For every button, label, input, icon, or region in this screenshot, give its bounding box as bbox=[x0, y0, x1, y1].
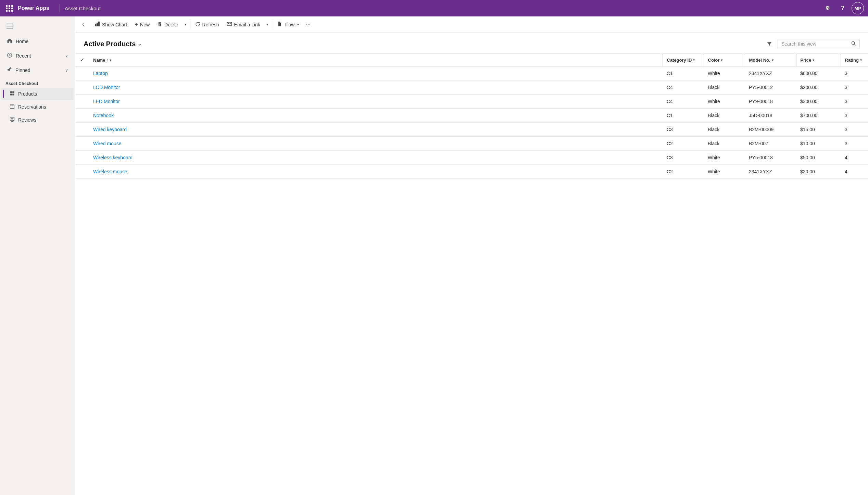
checkmark-icon: ✓ bbox=[80, 57, 84, 63]
waffle-menu[interactable] bbox=[4, 3, 15, 14]
model-sort-icon: ▾ bbox=[772, 58, 773, 62]
sidebar-item-pinned[interactable]: Pinned ∨ bbox=[1, 63, 74, 77]
sidebar-item-reservations[interactable]: Reservations bbox=[1, 101, 74, 113]
flow-button[interactable]: Flow ▾ bbox=[274, 19, 303, 30]
user-avatar[interactable]: MP bbox=[852, 2, 864, 14]
row-model: B2M-007 bbox=[745, 137, 796, 151]
hamburger-menu[interactable] bbox=[3, 19, 16, 33]
sidebar-item-home[interactable]: Home bbox=[1, 35, 74, 48]
reservations-icon bbox=[10, 104, 15, 110]
more-options-button[interactable]: ··· bbox=[303, 20, 313, 30]
show-chart-icon bbox=[95, 21, 100, 28]
row-rating: 3 bbox=[841, 137, 868, 151]
row-checkbox[interactable] bbox=[75, 151, 89, 165]
row-rating: 4 bbox=[841, 151, 868, 165]
new-button[interactable]: + New bbox=[131, 19, 153, 30]
row-model: 2341XYXZ bbox=[745, 165, 796, 179]
back-button[interactable] bbox=[78, 19, 89, 30]
row-rating: 3 bbox=[841, 95, 868, 109]
col-header-name[interactable]: Name ↑ ▾ bbox=[89, 54, 663, 66]
row-price: $300.00 bbox=[796, 95, 841, 109]
table-row: Notebook C1 Black J5D-00018 $700.00 3 bbox=[75, 109, 868, 123]
svg-rect-11 bbox=[95, 24, 96, 26]
settings-button[interactable] bbox=[821, 2, 834, 14]
col-header-color[interactable]: Color ▾ bbox=[704, 54, 745, 66]
sidebar-home-label: Home bbox=[16, 39, 28, 44]
row-name[interactable]: Wireless mouse bbox=[89, 165, 663, 179]
col-header-category[interactable]: Category ID ▾ bbox=[663, 54, 704, 66]
row-category: C1 bbox=[663, 66, 704, 81]
row-price: $700.00 bbox=[796, 109, 841, 123]
sidebar-pinned-label: Pinned bbox=[15, 67, 30, 73]
name-sort-chevron-icon: ▾ bbox=[110, 58, 111, 62]
row-model: B2M-00009 bbox=[745, 123, 796, 137]
row-checkbox[interactable] bbox=[75, 81, 89, 95]
row-checkbox[interactable] bbox=[75, 109, 89, 123]
svg-rect-13 bbox=[98, 22, 99, 26]
toolbar-divider-1 bbox=[190, 21, 190, 29]
delete-button[interactable]: Delete bbox=[154, 20, 181, 30]
row-rating: 3 bbox=[841, 109, 868, 123]
row-color: White bbox=[704, 66, 745, 81]
row-model: PY5-00018 bbox=[745, 151, 796, 165]
row-name[interactable]: LCD Monitor bbox=[89, 81, 663, 95]
products-icon bbox=[10, 91, 15, 97]
row-name[interactable]: Wired mouse bbox=[89, 137, 663, 151]
col-header-rating[interactable]: Rating ▾ bbox=[841, 54, 868, 66]
select-all-header[interactable]: ✓ bbox=[75, 54, 89, 66]
row-checkbox[interactable] bbox=[75, 95, 89, 109]
row-color: Black bbox=[704, 137, 745, 151]
filter-button[interactable] bbox=[764, 38, 775, 49]
row-category: C3 bbox=[663, 123, 704, 137]
email-link-button[interactable]: Email a Link bbox=[223, 19, 264, 30]
view-title-chevron-icon: ⌄ bbox=[138, 41, 142, 47]
price-sort-icon: ▾ bbox=[813, 58, 814, 62]
row-checkbox[interactable] bbox=[75, 165, 89, 179]
row-price: $200.00 bbox=[796, 81, 841, 95]
table-row: Wired mouse C2 Black B2M-007 $10.00 3 bbox=[75, 137, 868, 151]
sidebar-item-products[interactable]: Products bbox=[1, 88, 74, 100]
email-chevron[interactable]: ▾ bbox=[264, 20, 271, 29]
svg-rect-2 bbox=[12, 91, 14, 93]
refresh-button[interactable]: Refresh bbox=[192, 20, 223, 30]
row-name[interactable]: Laptop bbox=[89, 66, 663, 81]
name-sort-up-icon: ↑ bbox=[106, 58, 108, 62]
sidebar-products-label: Products bbox=[18, 91, 37, 97]
row-color: Black bbox=[704, 109, 745, 123]
sidebar-item-reviews[interactable]: Reviews bbox=[1, 114, 74, 126]
sidebar-section-title: Asset Checkout bbox=[0, 77, 75, 87]
sidebar-item-recent[interactable]: Recent ∨ bbox=[1, 49, 74, 63]
table-row: Laptop C1 White 2341XYXZ $600.00 3 bbox=[75, 66, 868, 81]
row-checkbox[interactable] bbox=[75, 66, 89, 81]
search-box bbox=[778, 39, 860, 49]
reviews-icon bbox=[10, 117, 15, 123]
row-name[interactable]: Wireless keyboard bbox=[89, 151, 663, 165]
show-chart-button[interactable]: Show Chart bbox=[91, 19, 130, 30]
row-name[interactable]: Wired keyboard bbox=[89, 123, 663, 137]
svg-rect-12 bbox=[97, 23, 98, 26]
sidebar-reservations-label: Reservations bbox=[18, 104, 46, 110]
svg-rect-3 bbox=[10, 94, 12, 95]
row-rating: 3 bbox=[841, 81, 868, 95]
row-name[interactable]: LED Monitor bbox=[89, 95, 663, 109]
view-title[interactable]: Active Products ⌄ bbox=[84, 40, 142, 48]
col-header-price[interactable]: Price ▾ bbox=[796, 54, 841, 66]
svg-rect-1 bbox=[10, 91, 12, 93]
flow-icon bbox=[277, 21, 282, 28]
row-color: White bbox=[704, 165, 745, 179]
row-category: C4 bbox=[663, 95, 704, 109]
row-name[interactable]: Notebook bbox=[89, 109, 663, 123]
col-header-model[interactable]: Model No. ▾ bbox=[745, 54, 796, 66]
topbar-right: ? MP bbox=[821, 2, 864, 14]
row-model: 2341XYXZ bbox=[745, 66, 796, 81]
help-button[interactable]: ? bbox=[836, 2, 849, 14]
products-table: ✓ Name ↑ ▾ Category ID bbox=[75, 54, 868, 179]
row-checkbox[interactable] bbox=[75, 137, 89, 151]
delete-chevron[interactable]: ▾ bbox=[183, 20, 189, 29]
row-checkbox[interactable] bbox=[75, 123, 89, 137]
search-input[interactable] bbox=[781, 41, 848, 47]
row-category: C4 bbox=[663, 81, 704, 95]
row-price: $15.00 bbox=[796, 123, 841, 137]
row-rating: 3 bbox=[841, 66, 868, 81]
toolbar: Show Chart + New Delete ▾ Refresh bbox=[75, 16, 868, 33]
